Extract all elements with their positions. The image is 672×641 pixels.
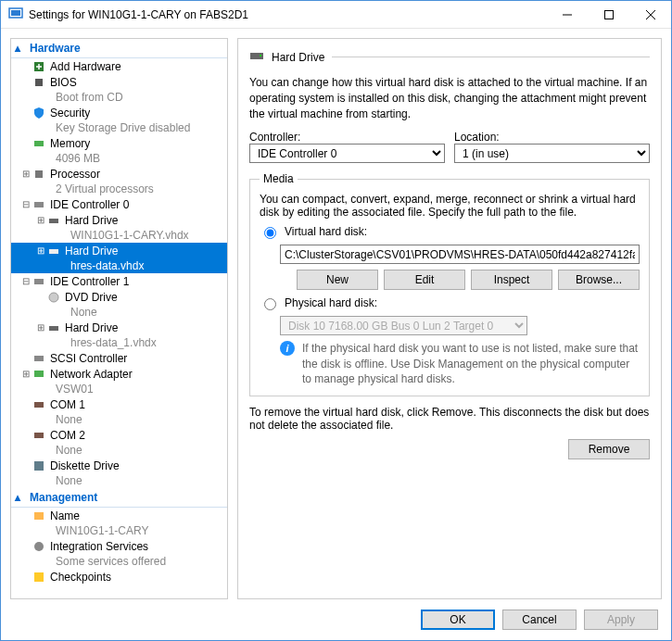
checkpoints-icon: [32, 570, 46, 584]
hard-drive-icon: [46, 213, 61, 228]
tree-ide0-hd1-sub: WIN10G1-1-CARY.vhdx: [11, 228, 227, 243]
physical-disk-select: Disk 10 7168.00 GB Bus 0 Lun 2 Target 0: [280, 316, 527, 335]
tree-diskette[interactable]: Diskette Drive: [11, 458, 227, 473]
vhd-path-input[interactable]: [280, 245, 640, 264]
tree-bios[interactable]: BIOS: [11, 74, 227, 90]
svg-rect-13: [34, 279, 44, 284]
tree-processor[interactable]: ⊞Processor: [11, 166, 227, 182]
maximize-button[interactable]: [588, 1, 629, 29]
ok-button[interactable]: OK: [421, 610, 495, 630]
physical-radio[interactable]: [264, 298, 276, 310]
dialog-footer: OK Cancel Apply: [1, 599, 671, 640]
svg-rect-20: [34, 461, 44, 471]
tree-ide0-hd1[interactable]: ⊞Hard Drive: [11, 212, 227, 228]
management-section-header[interactable]: ▴ Management: [11, 488, 227, 508]
settings-tree[interactable]: ▴ Hardware Add Hardware BIOS Boot from C…: [10, 38, 228, 599]
chevron-up-icon: ▴: [15, 491, 20, 504]
content-area: ▴ Hardware Add Hardware BIOS Boot from C…: [1, 29, 671, 599]
close-button[interactable]: [629, 1, 671, 29]
inspect-button[interactable]: Inspect: [471, 270, 552, 290]
location-select[interactable]: 1 (in use): [454, 144, 650, 163]
app-icon: [8, 6, 23, 23]
tree-network-sub: VSW01: [11, 382, 227, 396]
svg-rect-8: [34, 141, 44, 146]
tree-ide1[interactable]: ⊟IDE Controller 1: [11, 273, 227, 289]
hardware-section-header[interactable]: ▴ Hardware: [11, 39, 227, 58]
scsi-icon: [32, 351, 46, 366]
tree-com2-sub: None: [11, 443, 227, 458]
svg-rect-3: [604, 10, 613, 19]
new-button[interactable]: New: [297, 270, 378, 290]
dvd-icon: [46, 290, 61, 305]
processor-icon: [32, 167, 46, 182]
controller-icon: [32, 197, 46, 212]
browse-button[interactable]: Browse...: [558, 270, 640, 290]
svg-rect-12: [49, 249, 58, 254]
vhd-radio[interactable]: [264, 227, 276, 239]
pane-title: Hard Drive: [272, 51, 324, 64]
tree-scsi[interactable]: SCSI Controller: [11, 350, 227, 366]
tree-com1-sub: None: [11, 412, 227, 427]
remove-button[interactable]: Remove: [568, 439, 650, 459]
controller-label: Controller:: [249, 131, 445, 144]
tree-ide0[interactable]: ⊟IDE Controller 0: [11, 196, 227, 212]
tree-ide1-dvd-sub: None: [11, 305, 227, 320]
tree-ide1-dvd[interactable]: DVD Drive: [11, 289, 227, 305]
svg-rect-1: [11, 10, 20, 16]
services-icon: [32, 539, 46, 554]
media-description: You can compact, convert, expand, merge,…: [260, 193, 640, 219]
tree-integration-sub: Some services offered: [11, 554, 227, 569]
management-label: Management: [30, 491, 97, 504]
add-hardware-icon: [32, 59, 46, 74]
diskette-icon: [32, 459, 46, 473]
tree-ide1-hd[interactable]: ⊞Hard Drive: [11, 320, 227, 335]
shield-icon: [32, 106, 46, 120]
controller-select[interactable]: IDE Controller 0: [249, 144, 445, 163]
window-title: Settings for WIN10G1-1-CARY on FABS2D1: [29, 8, 546, 21]
tree-ide1-hd-sub: hres-data_1.vhdx: [11, 335, 227, 350]
details-pane: Hard Drive You can change how this virtu…: [237, 38, 662, 599]
hard-drive-icon: [46, 320, 61, 335]
memory-icon: [32, 136, 46, 151]
tree-network[interactable]: ⊞Network Adapter: [11, 366, 227, 382]
svg-rect-16: [34, 356, 44, 361]
edit-button[interactable]: Edit: [384, 270, 465, 290]
tree-security[interactable]: Security: [11, 105, 227, 120]
controller-icon: [32, 274, 46, 289]
titlebar: Settings for WIN10G1-1-CARY on FABS2D1: [1, 1, 671, 29]
tree-com2[interactable]: COM 2: [11, 427, 227, 443]
tree-integration[interactable]: Integration Services: [11, 538, 227, 554]
chip-icon: [32, 75, 46, 90]
svg-point-25: [260, 55, 261, 57]
tree-bios-sub: Boot from CD: [11, 90, 227, 105]
svg-rect-15: [49, 326, 58, 331]
tree-name[interactable]: Name: [11, 508, 227, 523]
apply-button[interactable]: Apply: [584, 610, 658, 630]
separator: [332, 57, 650, 57]
location-label: Location:: [454, 131, 650, 144]
physical-radio-label: Physical hard disk:: [285, 296, 377, 309]
tree-ide0-hd2-sub: hres-data.vhdx: [11, 258, 227, 273]
svg-rect-11: [49, 219, 58, 223]
tree-memory[interactable]: Memory: [11, 135, 227, 151]
svg-rect-23: [34, 572, 44, 582]
tree-security-sub: Key Storage Drive disabled: [11, 120, 227, 135]
svg-point-14: [49, 293, 58, 302]
tree-checkpoints[interactable]: Checkpoints: [11, 569, 227, 584]
tree-memory-sub: 4096 MB: [11, 151, 227, 166]
hard-drive-icon: [249, 48, 264, 66]
remove-description: To remove the virtual hard disk, click R…: [249, 406, 650, 432]
media-fieldset: Media You can compact, convert, expand, …: [249, 172, 650, 396]
minimize-button[interactable]: [546, 1, 588, 29]
svg-point-22: [34, 542, 44, 551]
svg-rect-9: [35, 170, 43, 178]
tree-ide0-hd2[interactable]: ⊞Hard Drive: [11, 243, 227, 258]
tree-add-hardware[interactable]: Add Hardware: [11, 58, 227, 74]
hard-drive-icon: [46, 244, 61, 258]
chevron-up-icon: ▴: [15, 42, 20, 55]
pane-description: You can change how this virtual hard dis…: [249, 75, 650, 121]
com-port-icon: [32, 428, 46, 443]
tree-com1[interactable]: COM 1: [11, 396, 227, 412]
network-icon: [32, 367, 46, 382]
cancel-button[interactable]: Cancel: [502, 610, 577, 630]
